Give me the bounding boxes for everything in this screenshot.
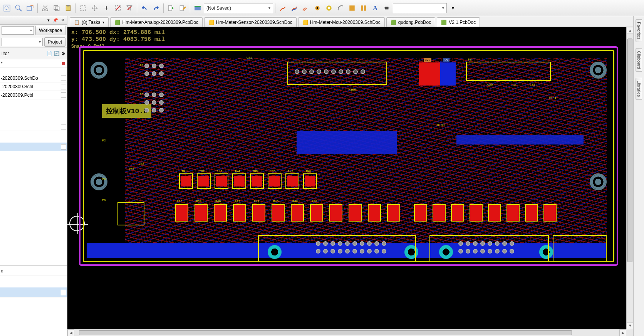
scroll-up-icon[interactable]: ▲ — [627, 27, 634, 34]
scroll-thumb[interactable] — [79, 330, 572, 335]
refresh-icon[interactable]: 🔄 — [54, 51, 60, 56]
file-row-selected[interactable] — [0, 287, 67, 297]
clear-filter-icon[interactable] — [124, 3, 135, 13]
paste-icon[interactable] — [63, 3, 74, 13]
scroll-down-icon[interactable]: ▼ — [627, 322, 634, 329]
mount-hole — [91, 173, 107, 190]
header-P3 — [144, 100, 164, 105]
project-files-tree[interactable]: * -20200309.SchDo -20200309.Schl -202003… — [0, 59, 67, 265]
designator: IN7 — [288, 170, 293, 173]
file-row[interactable]: c — [0, 266, 67, 276]
file-row[interactable] — [0, 123, 67, 131]
component-class-dropdown[interactable] — [393, 3, 447, 13]
relay-component — [272, 204, 285, 222]
tab-pcbdoc[interactable]: 🟩 qudong.PcbDoc — [386, 17, 435, 27]
place-arc-icon[interactable] — [335, 3, 346, 13]
opto-body — [287, 176, 298, 186]
designator: R36 — [177, 200, 182, 203]
rail-tab-favorites[interactable]: Favorites — [636, 19, 642, 42]
toolbar-separator — [137, 3, 137, 13]
close-icon[interactable]: ✕ — [59, 17, 65, 24]
place-component-icon[interactable] — [381, 3, 392, 13]
move-icon[interactable] — [89, 3, 100, 13]
place-polygon-icon[interactable] — [358, 3, 369, 13]
zoom-selection-icon[interactable] — [25, 3, 35, 13]
view-config-icon[interactable] — [192, 3, 203, 13]
select-touching-icon[interactable] — [78, 3, 89, 13]
tab-pcbdoc[interactable]: 🟩 Hm-Meter-Analog-20200309.PcbDoc — [110, 17, 202, 27]
place-fill-icon[interactable] — [347, 3, 357, 13]
scroll-right-icon[interactable]: ▶ — [619, 329, 626, 336]
toolbar-separator — [275, 3, 275, 13]
board-title-silk: 控制板V10.8 — [102, 104, 151, 118]
component-outline-P6 — [117, 202, 144, 225]
relay-component — [329, 204, 342, 222]
pcb-canvas[interactable]: x: 706.500 dx: 2745.886 mil y: 473.500 d… — [67, 27, 626, 329]
file-row[interactable]: -20200309.Pcbl — [0, 91, 67, 99]
svg-rect-9 — [54, 5, 58, 9]
route-track-icon[interactable] — [277, 3, 288, 13]
connector-outline — [258, 235, 416, 262]
view-config-dropdown[interactable]: (Not Saved) — [204, 3, 273, 13]
cut-icon[interactable] — [40, 3, 50, 13]
designator: IN6 — [270, 170, 275, 173]
toolbar-separator — [190, 3, 190, 13]
driver-component — [414, 204, 427, 222]
compile-icon[interactable]: 📄 — [47, 51, 52, 56]
place-text-icon[interactable]: A — [370, 3, 381, 13]
svg-point-2 — [15, 5, 20, 9]
designator: R44 — [254, 200, 259, 203]
designator: R50 — [312, 200, 317, 203]
route-diff-icon[interactable] — [289, 3, 300, 13]
copy-icon[interactable] — [51, 3, 62, 13]
designator: R42 — [235, 200, 240, 203]
scroll-left-icon[interactable]: ◀ — [67, 329, 74, 336]
designator: C22 — [129, 168, 134, 171]
designator: L2 — [512, 83, 516, 86]
zoom-fit-icon[interactable] — [2, 3, 12, 13]
place-pad-icon[interactable] — [324, 3, 334, 13]
editor-label: litor — [2, 51, 9, 56]
vertical-scrollbar[interactable]: ▲ ▼ — [626, 27, 633, 329]
place-via-icon[interactable] — [312, 3, 323, 13]
sch-icon: 🟨 — [302, 20, 308, 25]
workspace-button[interactable]: Workspace — [35, 26, 65, 35]
pcb-icon: 🟩 — [114, 20, 120, 25]
redo-icon[interactable] — [151, 3, 161, 13]
sch-icon: 🟨 — [208, 20, 214, 25]
driver-component — [506, 204, 520, 222]
designator: P4 — [102, 177, 106, 181]
project-button[interactable]: Project — [44, 37, 65, 47]
settings-icon[interactable]: ⚙ — [61, 51, 65, 56]
route-multi-icon[interactable] — [300, 3, 311, 13]
project-combo[interactable] — [2, 38, 43, 46]
file-row-selected[interactable] — [0, 143, 67, 151]
relay-component — [195, 204, 208, 222]
tab-schdoc[interactable]: 🟨 Hm-Meter-Sensor-20200309.SchDoc — [204, 17, 297, 27]
tab-pcbdoc-active[interactable]: 🟩 V2.1.PcbDoc — [437, 17, 480, 27]
scroll-thumb[interactable] — [627, 39, 632, 262]
rail-tab-libraries[interactable]: Libraries — [636, 78, 642, 99]
pin-icon[interactable]: 📌 — [52, 17, 59, 24]
place-dropdown-icon[interactable]: ▾ — [448, 3, 458, 13]
tab-tasks[interactable]: 📋 (8) Tasks ▾ — [70, 17, 109, 27]
driver-component — [525, 204, 538, 222]
zoom-window-icon[interactable] — [13, 3, 24, 13]
tab-schdoc[interactable]: 🟨 Hm-Meter-Mcu-20200309.SchDoc — [298, 17, 385, 27]
workspace-combo[interactable] — [2, 26, 34, 35]
header-P3 — [144, 108, 164, 113]
designator: C26 — [487, 83, 493, 86]
svg-rect-30 — [385, 7, 389, 9]
crosshair-icon[interactable]: ✛ — [101, 3, 112, 13]
file-row[interactable]: -20200309.SchDo — [0, 74, 67, 82]
file-row[interactable]: * — [0, 59, 67, 68]
horizontal-scrollbar[interactable]: ◀ ▶ — [67, 329, 626, 336]
mount-hole — [91, 62, 107, 79]
chevron-down-icon[interactable]: ▾ — [45, 17, 52, 24]
edit-script-icon[interactable] — [177, 3, 188, 13]
run-script-icon[interactable] — [166, 3, 176, 13]
file-row[interactable]: -20200309.Schl — [0, 82, 67, 91]
undo-icon[interactable] — [139, 3, 150, 13]
rail-tab-clipboard[interactable]: Clipboard — [636, 48, 642, 72]
deselect-icon[interactable] — [112, 3, 123, 13]
